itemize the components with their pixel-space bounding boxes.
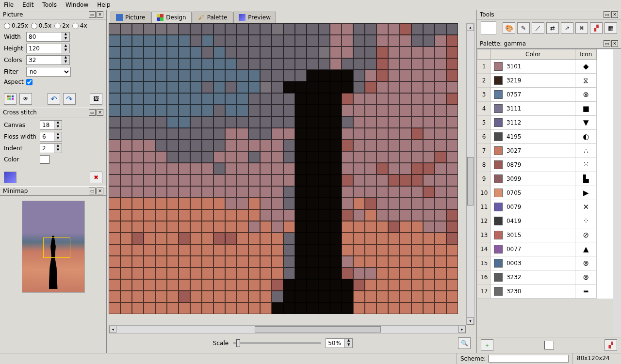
width-input[interactable]	[26, 32, 62, 42]
undo-icon[interactable]: ↶	[48, 93, 60, 105]
floss-input[interactable]	[40, 132, 54, 142]
palette-row[interactable]: 5 3112▼	[477, 116, 613, 130]
delete-icon[interactable]: ✖	[90, 172, 102, 183]
scale-label: Scale	[213, 340, 229, 347]
palette-row[interactable]: 14 0077▲	[477, 242, 613, 256]
cross-panel: Canvas ▲▼ Floss width ▲▼ Indent ▲▼ Color	[0, 117, 106, 169]
redo-icon[interactable]: ↷	[63, 93, 76, 105]
palette-grid-icon[interactable]	[4, 93, 16, 105]
panel-undock-icon[interactable]: ▭	[89, 188, 96, 194]
horizontal-scrollbar[interactable]: ◂▸	[109, 325, 466, 333]
pencil-icon[interactable]: ✎	[517, 22, 530, 34]
palette-row[interactable]: 15 0003⊗	[477, 256, 613, 270]
grid-icon	[157, 14, 163, 21]
palette-row[interactable]: 2 3219⧖	[477, 74, 613, 88]
zoom-4x[interactable]: 4x	[72, 22, 87, 29]
palette-row[interactable]: 12 0419⁘	[477, 214, 613, 228]
foreground-color-well[interactable]	[481, 21, 496, 35]
grid-tool-icon[interactable]: ▦	[605, 22, 617, 34]
color-label: Color	[4, 156, 40, 163]
palette-row[interactable]: 17 3230≡	[477, 285, 613, 299]
preview-tile-icon[interactable]	[4, 172, 16, 183]
panel-title-picture: Picture ▭ ✕	[0, 10, 106, 19]
col-color[interactable]: Color	[491, 49, 575, 60]
scale-slider[interactable]	[233, 342, 321, 344]
svg-rect-2	[12, 95, 14, 97]
stamp-icon[interactable]: ▞	[590, 22, 603, 34]
swap-colors-icon[interactable]: ⇄	[546, 22, 559, 34]
col-icon[interactable]: Icon	[575, 49, 597, 60]
brush-tool-icon[interactable]: ／	[532, 22, 544, 34]
panel-close-icon[interactable]: ✕	[97, 109, 103, 116]
apply-image-icon[interactable]: 🖼	[90, 93, 102, 105]
colors-spinner[interactable]: ▲▼	[62, 55, 70, 65]
line-tool-icon[interactable]: ↗	[561, 22, 573, 34]
palette-scrollbar[interactable]	[613, 49, 621, 337]
tab-picture[interactable]: Picture	[111, 12, 150, 23]
right-sidebar: Tools ▭ ✕ 🎨 ✎ ／ ⇄ ↗ ✖ ▞ ▦ Palette: gamma…	[476, 10, 621, 353]
current-color-swatch[interactable]	[544, 341, 554, 349]
preview-icon	[239, 14, 245, 21]
panel-undock-icon[interactable]: ▭	[89, 11, 96, 18]
height-spinner[interactable]: ▲▼	[62, 44, 70, 53]
palette-row[interactable]: 1 3101◆	[477, 60, 613, 74]
color-wheel-icon[interactable]: 🎨	[503, 22, 515, 34]
palette-row[interactable]: 16 3232⊗	[477, 270, 613, 285]
palette-row[interactable]: 11 0079✕	[477, 200, 613, 214]
menu-tools[interactable]: Tools	[42, 1, 57, 8]
panel-close-icon[interactable]: ✕	[97, 188, 103, 194]
minimap-image[interactable]	[22, 201, 85, 293]
remove-color-icon[interactable]: ▞	[605, 339, 617, 351]
tab-preview[interactable]: Preview	[233, 12, 276, 23]
palette-row[interactable]: 10 0705▶	[477, 186, 613, 200]
palette-row[interactable]: 8 0879⁙	[477, 158, 613, 172]
scheme-input[interactable]	[489, 355, 569, 363]
panel-close-icon[interactable]: ✕	[611, 40, 618, 47]
panel-close-icon[interactable]: ✕	[611, 11, 618, 18]
aspect-checkbox[interactable]	[26, 79, 33, 85]
tab-palette[interactable]: 🖌Palette	[193, 12, 233, 23]
disable-icon[interactable]: ✖	[575, 22, 588, 34]
palette-row[interactable]: 7 3027∴	[477, 144, 613, 158]
filter-label: Filter	[4, 68, 26, 75]
palette-row[interactable]: 4 3111■	[477, 102, 613, 116]
scale-input[interactable]	[326, 338, 345, 348]
design-canvas[interactable]	[109, 23, 466, 325]
palette-row[interactable]: 13 3015⊘	[477, 228, 613, 242]
floss-label: Floss width	[4, 133, 40, 140]
width-spinner[interactable]: ▲▼	[62, 32, 70, 42]
indent-label: Indent	[4, 145, 40, 152]
canvas-input[interactable]	[40, 120, 54, 130]
add-color-icon[interactable]: ＋	[481, 339, 493, 351]
indent-input[interactable]	[40, 143, 54, 153]
scale-spinner[interactable]: ▲▼	[345, 338, 353, 348]
indent-spinner[interactable]: ▲▼	[54, 143, 62, 153]
palette-row[interactable]: 9 3099▙	[477, 172, 613, 186]
magnify-icon[interactable]: 🔍	[458, 337, 471, 349]
panel-undock-icon[interactable]: ▭	[604, 11, 610, 18]
color-swatch[interactable]	[40, 155, 49, 164]
vertical-scrollbar[interactable]: ▴▾	[466, 23, 474, 325]
tab-design[interactable]: Design	[151, 12, 191, 23]
panel-title-tools-label: Tools	[480, 11, 603, 18]
menu-window[interactable]: Window	[65, 1, 88, 8]
zoom-0-25x[interactable]: 0.25x	[4, 22, 28, 29]
menu-file[interactable]: File	[4, 1, 14, 8]
eye-icon[interactable]: 👁	[19, 93, 32, 105]
statusbar: Scheme: 80x120x24	[0, 353, 621, 364]
col-number[interactable]	[477, 49, 491, 60]
zoom-0-5x[interactable]: 0.5x	[31, 22, 51, 29]
zoom-2x[interactable]: 2x	[54, 22, 69, 29]
floss-spinner[interactable]: ▲▼	[54, 132, 62, 142]
menu-edit[interactable]: Edit	[22, 1, 33, 8]
panel-undock-icon[interactable]: ▭	[89, 109, 96, 116]
menu-help[interactable]: Help	[97, 1, 110, 8]
filter-select[interactable]: no	[26, 67, 71, 77]
height-input[interactable]	[26, 44, 62, 53]
colors-input[interactable]	[26, 55, 62, 65]
canvas-spinner[interactable]: ▲▼	[54, 120, 62, 130]
palette-row[interactable]: 6 4195◐	[477, 130, 613, 144]
panel-close-icon[interactable]: ✕	[97, 11, 103, 18]
palette-row[interactable]: 3 0757⊗	[477, 88, 613, 102]
panel-undock-icon[interactable]: ▭	[604, 40, 610, 47]
